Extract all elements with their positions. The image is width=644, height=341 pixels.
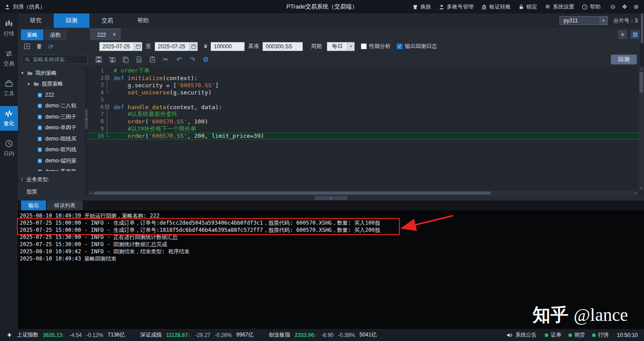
tree-item[interactable]: demo-单因子 xyxy=(18,123,85,134)
search-input[interactable] xyxy=(33,56,83,63)
code-token: g.security = [ xyxy=(114,82,177,89)
tree-item[interactable]: demo-基于协 xyxy=(18,166,85,171)
date-from-field[interactable] xyxy=(99,42,142,51)
nav-tab-2[interactable]: 回测 xyxy=(54,13,89,28)
nav-tab-1[interactable]: 研究 xyxy=(18,13,54,28)
titlebar-action-bank[interactable]: 银证转账 xyxy=(481,3,511,11)
code-line-5[interactable]: 5 xyxy=(88,96,639,103)
period-select[interactable]: 每日 ▼ xyxy=(327,42,355,51)
code-editor[interactable]: 1# order下单2def initialize(context):3 g.s… xyxy=(88,66,644,196)
benchmark-field[interactable] xyxy=(263,42,303,51)
tree-item[interactable]: demo-猛犸策 xyxy=(18,155,85,166)
titlebar: 刘浪（仿真） PTrade交易系统（交易端） 换肤多账号管理银证转账锁定⚙系统设… xyxy=(0,0,644,13)
refresh-button[interactable]: ⟳ xyxy=(47,43,55,50)
minimize-button[interactable]: ⊖ xyxy=(610,3,616,10)
editor-hscrollbar[interactable]: ◂ ▸ xyxy=(88,191,639,196)
horizontal-splitter[interactable]: ▾ xyxy=(18,196,644,200)
vertical-splitter[interactable]: ◂ xyxy=(85,66,88,196)
trade-icon xyxy=(4,49,13,58)
tree-root[interactable]: ▾我的策略 xyxy=(18,68,85,79)
calendar-from-button[interactable] xyxy=(134,42,142,51)
service-link-1[interactable]: 证券 xyxy=(545,331,561,339)
code-line-8[interactable]: 8 order('600570.SS', 100) xyxy=(88,118,639,125)
date-to-input[interactable] xyxy=(158,43,186,50)
gear-button[interactable]: ⚙ xyxy=(202,55,210,63)
copy-button[interactable] xyxy=(122,55,129,63)
undo-button[interactable]: ↶ xyxy=(175,55,183,63)
date-from-input[interactable] xyxy=(102,43,131,50)
plusbox-button[interactable] xyxy=(23,43,30,50)
floppy-button[interactable] xyxy=(95,55,102,63)
close-button[interactable]: ⊗ xyxy=(633,3,640,10)
current-user[interactable]: 刘浪（仿真） xyxy=(4,3,45,11)
nav-tab-4[interactable]: 帮助 xyxy=(125,13,161,28)
paste-button[interactable] xyxy=(148,55,156,63)
code-line-2[interactable]: 2def initialize(context): xyxy=(88,74,639,81)
folder-icon xyxy=(33,81,39,87)
code-line-6[interactable]: 6def handle_data(context, data): xyxy=(88,103,639,111)
tree-item[interactable]: 222 xyxy=(18,90,85,101)
rail-item-quant[interactable]: 量化 xyxy=(0,106,18,131)
trash-button[interactable] xyxy=(35,43,42,50)
scissors-button[interactable]: ✂ xyxy=(162,55,169,63)
rail-item-trade[interactable]: 交易 xyxy=(0,46,18,71)
benchmark-input[interactable] xyxy=(266,43,300,50)
panel-tab-2[interactable]: 函数 xyxy=(44,30,67,40)
run-backtest-button[interactable]: 回测 xyxy=(611,55,637,64)
code-line-9[interactable]: 9 #以39块价格下一个限价单 xyxy=(88,125,639,132)
splitter-handle[interactable]: ▾ xyxy=(314,196,347,200)
tree-item[interactable]: demo-三因子 xyxy=(18,111,85,123)
maximize-button[interactable]: ❖ xyxy=(621,3,628,10)
tree-item[interactable]: demo-双均线 xyxy=(18,145,85,156)
calendar-to-button[interactable] xyxy=(190,42,198,51)
code-line-10[interactable]: 10 order('600570.SS', 200, limit_price=3… xyxy=(88,132,639,140)
add-tab-button[interactable]: + xyxy=(618,30,627,39)
system-announcement[interactable]: 系统公告 xyxy=(506,331,537,339)
fold-guide xyxy=(107,111,107,118)
checkbox-2[interactable]: ✓输出回测日志 xyxy=(397,43,437,50)
scroll-down-icon[interactable]: ▾ xyxy=(639,186,644,191)
doc-button[interactable] xyxy=(135,55,143,63)
editor-vscrollbar[interactable]: ▴ ▾ xyxy=(639,66,644,191)
titlebar-action-shirt[interactable]: 换肤 xyxy=(412,3,431,11)
code-line-3[interactable]: 3 g.security = ['600570.SS'] xyxy=(88,81,639,89)
rail-item-market[interactable]: 行情 xyxy=(0,16,18,41)
capital-input[interactable] xyxy=(214,43,242,50)
layout-button[interactable] xyxy=(631,30,640,39)
rail-item-intraday[interactable]: 日内 xyxy=(0,136,18,161)
tree-item[interactable]: demo-阳线买 xyxy=(18,133,85,145)
titlebar-action-lock[interactable]: 锁定 xyxy=(518,3,537,11)
fold-toggle-icon[interactable] xyxy=(105,105,109,109)
code-line-1[interactable]: 1# order下单 xyxy=(88,67,639,74)
tree-group[interactable]: ▾股票策略 xyxy=(18,79,85,90)
floppyall-button[interactable] xyxy=(108,55,116,63)
rail-item-tools[interactable]: 工具 xyxy=(0,76,18,101)
nav-tab-3[interactable]: 交易 xyxy=(89,13,125,28)
code-line-4[interactable]: 4 set_universe(g.security) xyxy=(88,89,639,96)
service-link-2[interactable]: 期货 xyxy=(568,331,585,339)
vscroll-thumb[interactable] xyxy=(640,72,643,93)
output-tab-2[interactable]: 错误列表 xyxy=(47,200,83,210)
output-tab-1[interactable]: 输出 xyxy=(21,200,46,210)
capital-field[interactable] xyxy=(211,42,245,51)
hscroll-thumb[interactable] xyxy=(94,192,491,195)
panel-tab-1[interactable]: 策略 xyxy=(21,30,43,40)
titlebar-action-help[interactable]: ?帮助 xyxy=(582,3,601,11)
strategy-search[interactable] xyxy=(21,55,88,64)
redo-button[interactable]: ↷ xyxy=(189,55,196,63)
tree-item[interactable]: demo-二八轮 xyxy=(18,101,85,112)
service-link-3[interactable]: 行情 xyxy=(592,331,609,339)
scroll-up-icon[interactable]: ▴ xyxy=(639,66,644,71)
date-to-field[interactable] xyxy=(155,42,198,51)
splitter-collapse-icon[interactable]: ◂ xyxy=(85,109,88,129)
checkbox-1[interactable]: 性能分析 xyxy=(361,43,390,50)
file-tab-222[interactable]: 222 ✕ xyxy=(90,29,121,40)
titlebar-action-user[interactable]: 多账号管理 xyxy=(439,3,474,11)
python-env-select[interactable]: py311 ▼ xyxy=(559,16,608,25)
scroll-right-icon[interactable]: ▸ xyxy=(633,191,639,196)
scroll-left-icon[interactable]: ◂ xyxy=(88,191,93,196)
code-line-7[interactable]: 7 #以系统最新价委托 xyxy=(88,111,639,118)
titlebar-action-gear[interactable]: ⚙系统设置 xyxy=(545,3,574,11)
fold-toggle-icon[interactable] xyxy=(105,76,109,80)
close-tab-icon[interactable]: ✕ xyxy=(112,32,116,38)
